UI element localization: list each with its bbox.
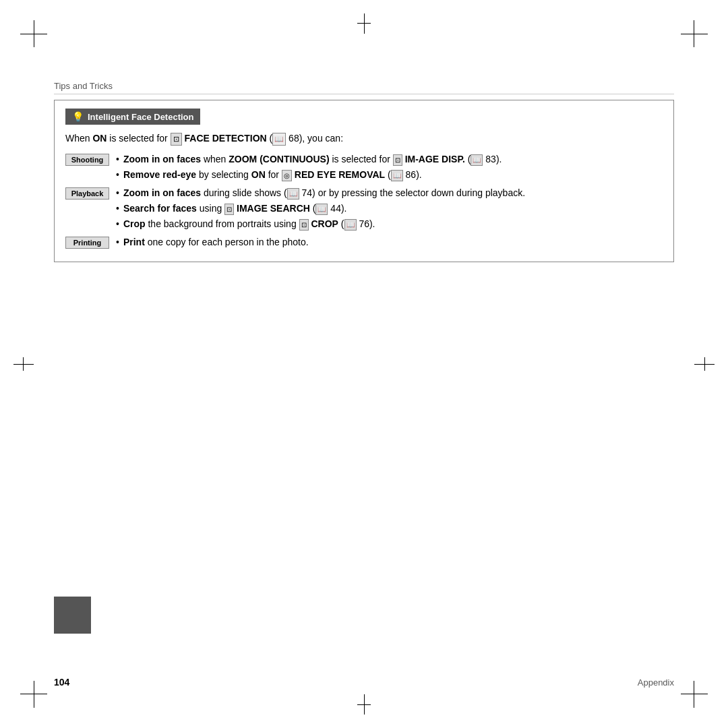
- appendix-label: Appendix: [638, 677, 674, 688]
- title-bar: 💡 Intelligent Face Detection: [65, 109, 200, 125]
- center-cross-top: [354, 13, 374, 34]
- corner-mark-bottom-left: [20, 667, 61, 708]
- bullet-zoom-slide: • Zoom in on faces during slide shows (📖…: [116, 186, 663, 200]
- printing-badge: Printing: [65, 237, 109, 249]
- printing-row: Printing • Print one copy for each perso…: [65, 235, 663, 251]
- corner-mark-bottom-right: [667, 667, 708, 708]
- bulb-icon: 💡: [72, 111, 84, 122]
- im-icon: ⊡: [393, 154, 402, 166]
- bullet-search-faces: • Search for faces using ⊡ IMAGE SEARCH …: [116, 202, 663, 216]
- search-icon: ⊡: [224, 204, 234, 215]
- info-box: 💡 Intelligent Face Detection When ON is …: [54, 100, 674, 262]
- bullet-dot-4: •: [116, 202, 119, 216]
- shooting-bullets: • Zoom in on faces when ZOOM (CONTINUOUS…: [116, 152, 663, 183]
- red-eye-icon: ◎: [282, 170, 292, 181]
- face-detection-text: FACE DETECTION: [185, 133, 267, 144]
- bullet-text-6: Print one copy for each person in the ph…: [123, 235, 309, 249]
- bullet-text-1: Zoom in on faces when ZOOM (CONTINUOUS) …: [123, 152, 502, 166]
- page-number: 104: [54, 677, 69, 688]
- book-ref-74: 📖: [287, 188, 299, 200]
- playback-badge: Playback: [65, 187, 109, 200]
- page-footer: 104 Appendix: [54, 677, 674, 688]
- bullet-dot-2: •: [116, 168, 119, 182]
- bullet-dot-3: •: [116, 186, 119, 200]
- center-cross-right: [694, 354, 715, 374]
- book-ref-86: 📖: [391, 170, 403, 181]
- thumbnail-image: [54, 597, 91, 634]
- book-ref-44: 📖: [315, 204, 328, 215]
- playback-row: Playback • Zoom in on faces during slide…: [65, 186, 663, 233]
- bullet-text-3: Zoom in on faces during slide shows (📖 7…: [123, 186, 525, 200]
- center-cross-bottom: [354, 694, 374, 715]
- bullet-dot-1: •: [116, 152, 119, 166]
- crop-icon: ⊡: [299, 219, 309, 231]
- book-ref-76: 📖: [344, 219, 357, 231]
- shooting-row: Shooting • Zoom in on faces when ZOOM (C…: [65, 152, 663, 183]
- bullet-red-eye: • Remove red-eye by selecting ON for ◎ R…: [116, 168, 663, 182]
- page-header: Tips and Tricks: [54, 81, 674, 94]
- content-rows: Shooting • Zoom in on faces when ZOOM (C…: [65, 152, 663, 251]
- title-bar-text: Intelligent Face Detection: [88, 112, 193, 122]
- main-content: Tips and Tricks 💡 Intelligent Face Detec…: [54, 81, 674, 262]
- bullet-text-4: Search for faces using ⊡ IMAGE SEARCH (📖…: [123, 202, 347, 216]
- bullet-dot-6: •: [116, 235, 119, 249]
- bullet-print: • Print one copy for each person in the …: [116, 235, 663, 249]
- corner-mark-top-left: [20, 20, 61, 61]
- playback-bullets: • Zoom in on faces during slide shows (📖…: [116, 186, 663, 233]
- book-ref-83: 📖: [471, 154, 483, 166]
- bullet-crop: • Crop the background from portraits usi…: [116, 217, 663, 231]
- center-cross-left: [13, 354, 34, 374]
- intro-text: When ON is selected for ⊡ FACE DETECTION…: [65, 131, 663, 146]
- corner-mark-top-right: [667, 20, 708, 61]
- printing-bullets: • Print one copy for each person in the …: [116, 235, 663, 251]
- book-icon: 📖: [272, 133, 286, 146]
- bullet-dot-5: •: [116, 217, 119, 231]
- on-text: ON: [92, 133, 107, 144]
- face-icon: ⊡: [171, 133, 182, 146]
- bullet-text-2: Remove red-eye by selecting ON for ◎ RED…: [123, 168, 422, 182]
- bullet-zoom-faces: • Zoom in on faces when ZOOM (CONTINUOUS…: [116, 152, 663, 166]
- shooting-badge: Shooting: [65, 154, 109, 166]
- bullet-text-5: Crop the background from portraits using…: [123, 217, 375, 231]
